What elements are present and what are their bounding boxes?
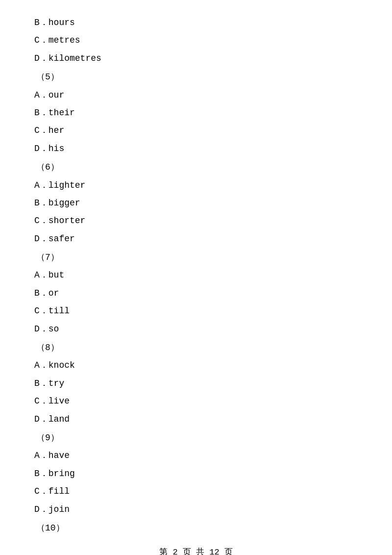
line-a-knock: A．knock [34, 357, 358, 373]
page-footer: 第 2 页 共 12 页 [0, 546, 392, 555]
line-d-land: D．land [34, 411, 358, 427]
line-c-her: C．her [34, 123, 358, 138]
line-c-shorter: C．shorter [34, 213, 358, 228]
line-b-try: B．try [34, 376, 358, 391]
main-content: B．hours C．metres D．kilometres （5） A．our … [0, 0, 392, 555]
line-c-fill: C．fill [34, 483, 358, 499]
section-5: （5） [34, 69, 358, 85]
line-d-his: D．his [34, 141, 358, 156]
line-a-our: A．our [34, 87, 358, 103]
line-a-lighter: A．lighter [34, 177, 358, 193]
line-d-so: D．so [34, 321, 358, 337]
line-d-join: D．join [34, 502, 358, 517]
line-b-or: B．or [34, 285, 358, 301]
section-6: （6） [34, 159, 358, 175]
line-c-metres: C．metres [34, 32, 358, 48]
line-a-but: A．but [34, 267, 358, 283]
line-b-hours: B．hours [34, 15, 358, 30]
section-8: （8） [34, 340, 358, 355]
line-c-live: C．live [34, 393, 358, 409]
line-c-till: C．till [34, 303, 358, 319]
line-d-kilometres: D．kilometres [34, 50, 358, 66]
line-d-safer: D．safer [34, 231, 358, 247]
line-b-their: B．their [34, 105, 358, 121]
line-b-bring: B．bring [34, 466, 358, 481]
section-10: （10） [34, 520, 358, 536]
section-7: （7） [34, 250, 358, 265]
section-9: （9） [34, 430, 358, 446]
line-a-have: A．have [34, 448, 358, 463]
line-b-bigger: B．bigger [34, 195, 358, 211]
